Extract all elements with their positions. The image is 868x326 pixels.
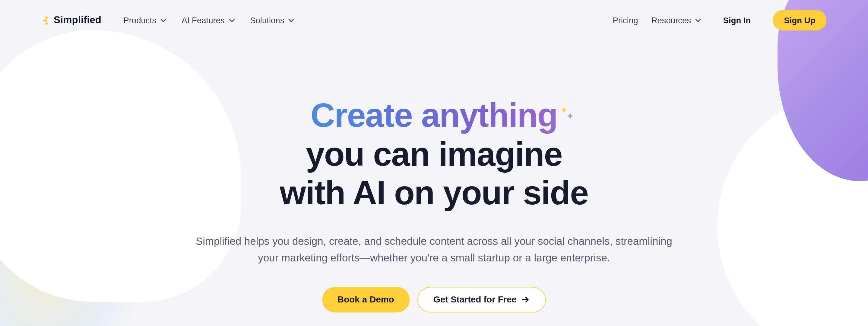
navbar: Simplified Products AI Features So (0, 0, 868, 40)
signin-label: Sign In (723, 16, 751, 25)
brand-logo[interactable]: Simplified (42, 14, 101, 26)
nav-item-label: Solutions (250, 16, 284, 25)
nav-item-label: Products (123, 16, 156, 25)
nav-right-group: Pricing Resources Sign In Sign Up (613, 10, 826, 30)
chevron-down-icon (695, 18, 701, 23)
hero-title-line2: you can imagine (306, 135, 562, 173)
book-demo-label: Book a Demo (338, 295, 394, 304)
chevron-down-icon (289, 18, 294, 23)
nav-item-label: AI Features (182, 16, 224, 25)
nav-link-label: Pricing (613, 16, 638, 25)
nav-item-ai-features[interactable]: AI Features (182, 16, 234, 25)
nav-link-pricing[interactable]: Pricing (613, 16, 638, 25)
nav-menu: Products AI Features Solutions (123, 16, 294, 25)
nav-link-resources[interactable]: Resources (651, 16, 701, 25)
hero-title: Create anything you can imagine with AI … (185, 96, 683, 212)
logo-icon (42, 15, 52, 25)
hero-section: Create anything you can imagine with AI … (185, 40, 683, 313)
nav-link-label: Resources (651, 16, 691, 25)
hero-cta-group: Book a Demo Get Started for Free (185, 287, 683, 313)
hero-title-gradient: Create anything (311, 96, 558, 134)
nav-item-solutions[interactable]: Solutions (250, 16, 294, 25)
hero-subtitle: Simplified helps you design, create, and… (190, 233, 677, 266)
signup-label: Sign Up (784, 16, 815, 25)
hero-title-line3: with AI on your side (280, 174, 588, 212)
sparkle-icon (560, 90, 575, 106)
get-started-button[interactable]: Get Started for Free (417, 287, 546, 313)
chevron-down-icon (229, 18, 234, 23)
arrow-right-icon (522, 296, 530, 304)
signin-button[interactable]: Sign In (714, 11, 760, 30)
nav-item-products[interactable]: Products (123, 16, 166, 25)
chevron-down-icon (161, 18, 166, 23)
get-started-label: Get Started for Free (433, 295, 517, 305)
book-demo-button[interactable]: Book a Demo (322, 287, 409, 313)
signup-button[interactable]: Sign Up (773, 10, 826, 30)
nav-left-group: Simplified Products AI Features So (42, 14, 294, 26)
brand-name: Simplified (54, 14, 101, 26)
